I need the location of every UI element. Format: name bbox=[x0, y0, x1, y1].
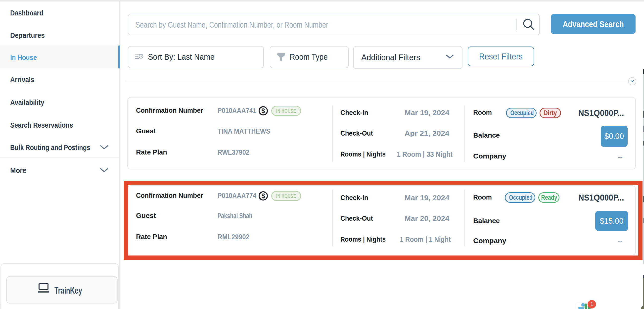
svg-text:$: $ bbox=[262, 107, 265, 114]
